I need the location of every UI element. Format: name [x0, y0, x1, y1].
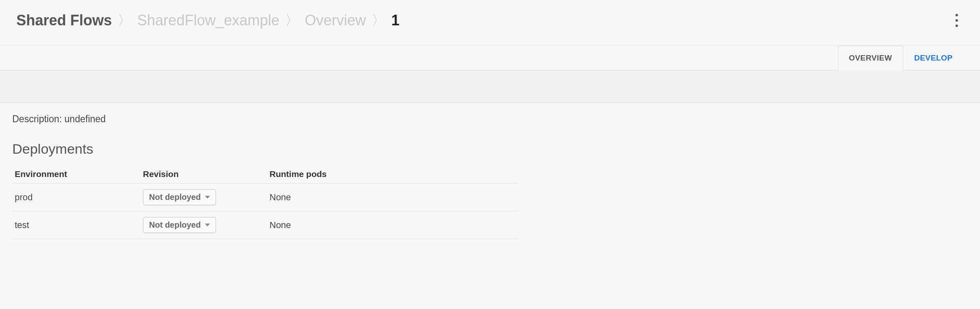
deployments-title: Deployments — [12, 141, 968, 157]
breadcrumb-current: 1 — [391, 12, 399, 29]
breadcrumb-item-overview[interactable]: Overview — [305, 12, 366, 29]
tab-develop[interactable]: DEVELOP — [903, 46, 964, 70]
revision-label: Not deployed — [149, 220, 201, 230]
col-header-environment: Environment — [12, 169, 143, 179]
chevron-right-icon: 〉 — [118, 11, 131, 30]
tabs-bar: OVERVIEW DEVELOP — [0, 45, 980, 70]
description-label: Description: — [12, 114, 62, 124]
page-header: Shared Flows 〉 SharedFlow_example 〉 Over… — [0, 0, 980, 45]
sub-toolbar — [0, 70, 980, 103]
chevron-right-icon: 〉 — [372, 11, 385, 30]
cell-environment: test — [12, 220, 143, 231]
table-row: test Not deployed None — [12, 211, 519, 239]
breadcrumb-item-flow[interactable]: SharedFlow_example — [137, 12, 279, 29]
description-value: undefined — [65, 114, 106, 124]
table-header: Environment Revision Runtime pods — [12, 165, 519, 184]
caret-down-icon — [205, 224, 210, 226]
more-vert-icon[interactable] — [950, 8, 964, 33]
table-row: prod Not deployed None — [12, 184, 519, 211]
cell-environment: prod — [12, 192, 143, 203]
cell-runtime-pods: None — [270, 192, 519, 203]
revision-dropdown[interactable]: Not deployed — [143, 217, 216, 233]
revision-dropdown[interactable]: Not deployed — [143, 189, 216, 205]
breadcrumb-root[interactable]: Shared Flows — [16, 12, 112, 29]
revision-label: Not deployed — [149, 193, 201, 202]
breadcrumb: Shared Flows 〉 SharedFlow_example 〉 Over… — [16, 11, 399, 30]
content-area: Description: undefined Deployments Envir… — [0, 103, 980, 250]
tab-overview[interactable]: OVERVIEW — [838, 46, 903, 70]
col-header-revision: Revision — [143, 169, 270, 179]
description-line: Description: undefined — [12, 114, 968, 125]
caret-down-icon — [205, 196, 210, 199]
col-header-runtime: Runtime pods — [270, 169, 519, 179]
chevron-right-icon: 〉 — [285, 11, 299, 30]
cell-runtime-pods: None — [270, 220, 519, 231]
deployments-table: Environment Revision Runtime pods prod N… — [12, 165, 519, 239]
